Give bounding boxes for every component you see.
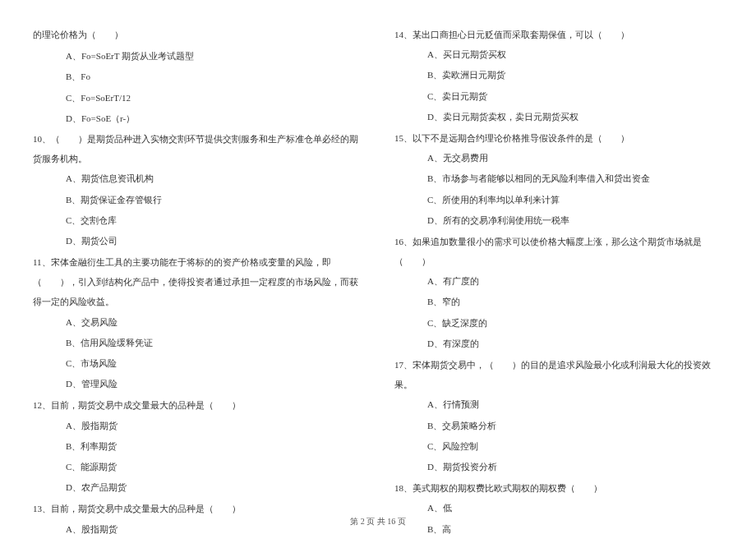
- intro-option-a: A、Fo=SoErT 期货从业考试题型: [33, 46, 362, 66]
- option-a: A、低: [394, 498, 723, 518]
- question-number: 18、: [394, 483, 413, 493]
- question-14: 14、某出口商担心日元贬值而采取套期保值，可以（ ） A、买日元期货买权 B、卖…: [394, 25, 723, 127]
- option-a: A、有广度的: [394, 271, 723, 291]
- option-d: D、期货投资分析: [394, 457, 723, 476]
- question-text: 18、美式期权的期权费比欧式期权的期权费（ ）: [394, 478, 723, 498]
- option-d: D、所有的交易净利润使用统一税率: [394, 210, 723, 230]
- question-body: 某出口商担心日元贬值而采取套期保值，可以（ ）: [413, 30, 629, 39]
- question-text: 10、（ ）是期货品种进入实物交割环节提供交割服务和生产标准仓单必经的期货服务机…: [33, 129, 362, 168]
- question-16: 16、如果追加数量很小的需求可以使价格大幅度上涨，那么这个期货市场就是（ ） A…: [394, 232, 723, 353]
- page-footer: 第 2 页 共 16 页: [0, 516, 756, 527]
- option-d: D、管理风险: [33, 374, 362, 394]
- option-c: C、卖日元期货: [394, 86, 723, 106]
- option-a: A、行情预测: [394, 394, 723, 414]
- question-text: 15、以下不是远期合约理论价格推导假设条件的是（ ）: [394, 128, 723, 148]
- option-a: A、买日元期货买权: [394, 44, 723, 64]
- question-number: 13、: [33, 504, 51, 513]
- question-number: 11、: [33, 257, 51, 267]
- option-b: B、卖欧洲日元期货: [394, 65, 723, 85]
- question-body: 如果追加数量很小的需求可以使价格大幅度上涨，那么这个期货市场就是（ ）: [394, 237, 702, 266]
- option-a: A、期货信息资讯机构: [33, 168, 362, 188]
- question-17: 17、宋体期货交易中，（ ）的目的是追求风险最小化或利润最大化的投资效果。 A、…: [394, 355, 723, 476]
- option-c: C、风险控制: [394, 436, 723, 456]
- question-15: 15、以下不是远期合约理论价格推导假设条件的是（ ） A、无交易费用 B、市场参…: [394, 128, 723, 230]
- exam-content: 的理论价格为（ ） A、Fo=SoErT 期货从业考试题型 B、Fo C、Fo=…: [33, 25, 723, 534]
- question-10: 10、（ ）是期货品种进入实物交割环节提供交割服务和生产标准仓单必经的期货服务机…: [33, 129, 362, 251]
- question-text: 17、宋体期货交易中，（ ）的目的是追求风险最小化或利润最大化的投资效果。: [394, 355, 723, 394]
- question-body: 目前，期货交易中成交量最大的品种是（ ）: [51, 400, 241, 410]
- intro-option-c: C、Fo=SoErT/12: [33, 88, 362, 108]
- left-column: 的理论价格为（ ） A、Fo=SoErT 期货从业考试题型 B、Fo C、Fo=…: [33, 25, 362, 534]
- option-b: B、市场参与者能够以相同的无风险利率借入和贷出资金: [394, 168, 723, 188]
- question-11: 11、宋体金融衍生工具的主要功能在于将标的的资产价格或变量的风险，即（ ），引入…: [33, 252, 362, 394]
- option-c: C、市场风险: [33, 353, 362, 373]
- option-a: A、无交易费用: [394, 148, 723, 168]
- option-a: A、股指期货: [33, 416, 362, 435]
- question-body: （ ）是期货品种进入实物交割环节提供交割服务和生产标准仓单必经的期货服务机构。: [33, 134, 358, 163]
- option-a: A、交易风险: [33, 312, 362, 332]
- option-b: B、交易策略分析: [394, 416, 723, 435]
- option-d: D、有深度的: [394, 334, 723, 353]
- option-d: D、农产品期货: [33, 477, 362, 497]
- question-number: 15、: [394, 133, 413, 143]
- question-text: 11、宋体金融衍生工具的主要功能在于将标的的资产价格或变量的风险，即（ ），引入…: [33, 252, 362, 312]
- option-c: C、缺乏深度的: [394, 313, 723, 333]
- question-body: 宋体期货交易中，（ ）的目的是追求风险最小化或利润最大化的投资效果。: [394, 360, 711, 389]
- intro-text: 的理论价格为（ ）: [33, 25, 362, 44]
- option-b: B、利率期货: [33, 436, 362, 456]
- option-b: B、窄的: [394, 292, 723, 311]
- intro-option-b: B、Fo: [33, 67, 362, 86]
- right-column: 14、某出口商担心日元贬值而采取套期保值，可以（ ） A、买日元期货买权 B、卖…: [394, 25, 723, 534]
- question-text: 14、某出口商担心日元贬值而采取套期保值，可以（ ）: [394, 25, 723, 44]
- option-c: C、能源期货: [33, 457, 362, 476]
- option-c: C、交割仓库: [33, 210, 362, 230]
- option-b: B、期货保证金存管银行: [33, 190, 362, 209]
- option-b: B、信用风险缓释凭证: [33, 333, 362, 352]
- intro-option-d: D、Fo=SoE（r-）: [33, 108, 362, 128]
- option-c: C、所使用的利率均以单利来计算: [394, 190, 723, 209]
- question-body: 以下不是远期合约理论价格推导假设条件的是（ ）: [413, 133, 629, 143]
- question-12: 12、目前，期货交易中成交量最大的品种是（ ） A、股指期货 B、利率期货 C、…: [33, 395, 362, 497]
- question-text: 12、目前，期货交易中成交量最大的品种是（ ）: [33, 395, 362, 415]
- question-body: 美式期权的期权费比欧式期权的期权费（ ）: [413, 483, 602, 493]
- question-number: 10、: [33, 134, 51, 144]
- question-body: 目前，期货交易中成交量最大的品种是（ ）: [51, 504, 241, 513]
- question-number: 17、: [394, 360, 413, 370]
- option-d: D、期货公司: [33, 231, 362, 251]
- option-d: D、卖日元期货卖权，卖日元期货买权: [394, 107, 723, 127]
- question-number: 14、: [394, 30, 413, 39]
- question-body: 宋体金融衍生工具的主要功能在于将标的的资产价格或变量的风险，即（ ），引入到结构…: [33, 257, 358, 306]
- question-number: 12、: [33, 400, 51, 410]
- question-text: 16、如果追加数量很小的需求可以使价格大幅度上涨，那么这个期货市场就是（ ）: [394, 232, 723, 271]
- question-number: 16、: [394, 237, 413, 246]
